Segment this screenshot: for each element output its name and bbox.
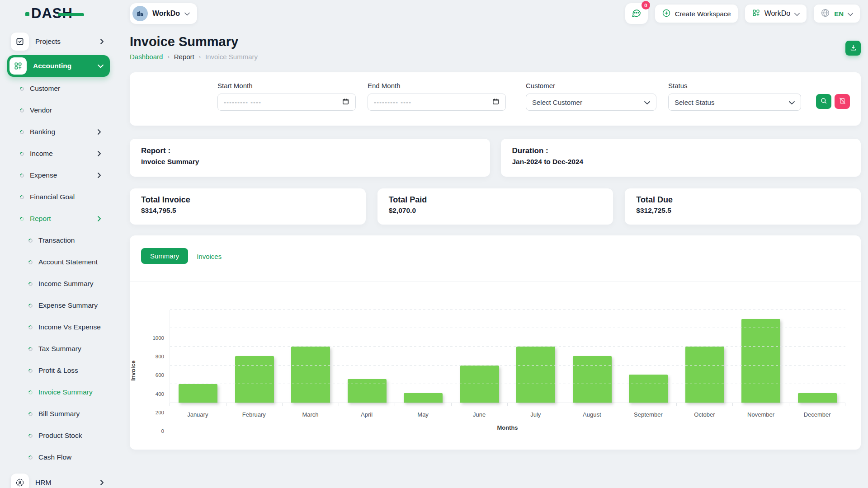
sidebar-item-expense-summary[interactable]: Expense Summary (0, 295, 117, 316)
sidebar-item-tax-summary[interactable]: Tax Summary (0, 338, 117, 360)
gridline (170, 309, 845, 310)
sidebar-item-hrm[interactable]: HRM (7, 473, 110, 488)
sidebar-item-transaction[interactable]: Transaction (0, 230, 117, 251)
top-header: WorkDo 0 Create Workspace (117, 0, 868, 27)
chart-card: Summary Invoices Invoice 020040060080010… (130, 235, 861, 450)
bar-november[interactable] (741, 319, 780, 403)
search-icon (820, 97, 827, 106)
sidebar-item-income-summary[interactable]: Income Summary (0, 273, 117, 295)
invoice-bar-chart: Invoice 02004006008001000 JanuaryFebruar… (139, 310, 845, 431)
messages-button[interactable]: 0 (625, 3, 648, 24)
tab-invoices[interactable]: Invoices (197, 253, 222, 260)
x-tick-label: September (620, 411, 677, 418)
language-selector[interactable]: EN (814, 5, 860, 23)
total-label: Total Paid (389, 195, 602, 205)
create-workspace-button[interactable]: Create Workspace (655, 5, 738, 23)
notification-badge: 0 (642, 1, 650, 9)
breadcrumb-report[interactable]: Report (174, 53, 194, 61)
customer-label: Customer (526, 82, 656, 89)
bar-january[interactable] (179, 384, 217, 403)
sidebar-item-income-vs-expense[interactable]: Income Vs Expense (0, 316, 117, 338)
sidebar-item-expense[interactable]: Expense (0, 164, 117, 186)
start-month-input[interactable]: --------- ---- (217, 94, 356, 111)
sidebar-item-banking[interactable]: Banking (0, 121, 117, 143)
sidebar-item-product-stock[interactable]: Product Stock (0, 425, 117, 446)
chart-bars (170, 310, 845, 403)
chevron-down-icon (98, 62, 104, 70)
workdo-menu-label: WorkDo (764, 9, 791, 18)
sidebar: DASH Projects Accounting CustomerVendorB… (0, 0, 117, 488)
sidebar-item-bill-summary[interactable]: Bill Summary (0, 403, 117, 425)
sidebar-item-label: Income Summary (38, 280, 102, 288)
sidebar-item-invoice-summary[interactable]: Invoice Summary (0, 381, 117, 403)
globe-icon (821, 8, 830, 19)
bar-slot (283, 347, 339, 403)
customer-selected-value: Select Customer (532, 99, 644, 106)
accounting-grid-icon (9, 57, 27, 75)
tab-summary[interactable]: Summary (141, 248, 188, 264)
workspace-selector[interactable]: WorkDo (130, 3, 197, 24)
sidebar-item-cash-flow[interactable]: Cash Flow (0, 446, 117, 468)
reset-filter-button[interactable] (835, 94, 850, 109)
bullet-icon (28, 324, 33, 330)
report-card: Report : Invoice Summary (130, 139, 490, 177)
chart-x-axis-labels: JanuaryFebruaryMarchAprilMayJuneJulyAugu… (170, 411, 845, 418)
bar-july[interactable] (516, 347, 555, 403)
bar-february[interactable] (235, 356, 274, 403)
end-month-label: End Month (368, 82, 506, 89)
sidebar-item-account-statement[interactable]: Account Statement (0, 251, 117, 273)
sidebar-item-projects[interactable]: Projects (7, 32, 110, 52)
x-tick-label: August (564, 411, 620, 418)
x-tick-label: April (339, 411, 395, 418)
apply-filter-button[interactable] (816, 94, 831, 109)
workdo-menu-button[interactable]: WorkDo (745, 5, 807, 23)
breadcrumb: Dashboard › Report › Invoice Summary (130, 53, 258, 61)
bullet-icon (19, 151, 25, 157)
customer-select[interactable]: Select Customer (526, 94, 656, 111)
sidebar-item-vendor[interactable]: Vendor (0, 99, 117, 121)
language-code: EN (834, 10, 844, 18)
bullet-icon (19, 216, 25, 222)
status-select[interactable]: Select Status (668, 94, 801, 111)
download-report-button[interactable] (845, 41, 861, 56)
bar-october[interactable] (685, 347, 724, 403)
page-title: Invoice Summary (130, 34, 258, 49)
bar-september[interactable] (629, 375, 668, 403)
brand-logo[interactable]: DASH (0, 0, 117, 27)
end-month-input[interactable]: --------- ---- (368, 94, 506, 111)
sidebar-item-accounting[interactable]: Accounting (7, 55, 110, 77)
sidebar-item-profit-loss[interactable]: Profit & Loss (0, 360, 117, 381)
start-month-placeholder: --------- ---- (224, 99, 342, 106)
x-tick-label: July (507, 411, 564, 418)
x-tick-mark (789, 403, 846, 406)
bar-may[interactable] (404, 393, 443, 403)
bar-august[interactable] (573, 356, 612, 403)
sidebar-item-financial-goal[interactable]: Financial Goal (0, 186, 117, 208)
bullet-icon (28, 259, 33, 265)
breadcrumb-dashboard[interactable]: Dashboard (130, 53, 163, 61)
sidebar-item-income[interactable]: Income (0, 143, 117, 164)
chevron-down-icon (794, 10, 800, 18)
sidebar-item-label: Customer (30, 84, 102, 93)
sidebar-item-label: Expense (30, 171, 97, 179)
sidebar-item-label: Account Statement (38, 258, 102, 266)
bar-april[interactable] (348, 379, 387, 403)
status-selected-value: Select Status (675, 99, 789, 106)
bar-march[interactable] (291, 347, 330, 403)
bullet-icon (28, 281, 33, 287)
bullet-icon (28, 411, 33, 417)
x-tick-mark (564, 403, 621, 406)
bar-june[interactable] (460, 366, 499, 403)
sidebar-item-label: Expense Summary (38, 301, 102, 310)
total-value: $314,795.5 (141, 206, 354, 215)
bullet-icon (28, 455, 33, 460)
header-actions: 0 Create Workspace WorkDo (625, 3, 868, 24)
sidebar-item-report[interactable]: Report (0, 208, 117, 230)
duration-card: Duration : Jan-2024 to Dec-2024 (501, 139, 861, 177)
y-tick-label: 800 (156, 354, 164, 359)
sidebar-item-label: Transaction (38, 236, 102, 244)
sidebar-item-customer[interactable]: Customer (0, 78, 117, 99)
bar-december[interactable] (798, 393, 837, 403)
chart-plot-area (170, 310, 845, 403)
hrm-person-icon (11, 474, 29, 488)
